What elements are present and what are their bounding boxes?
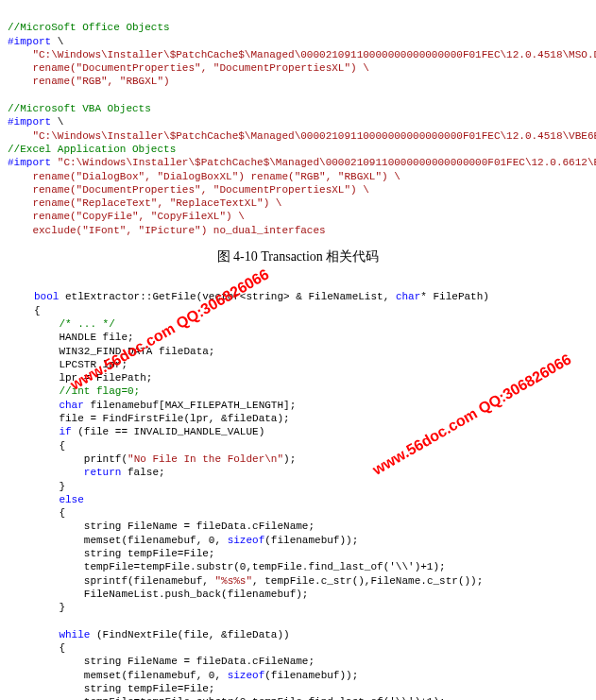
pp-line: #import bbox=[8, 116, 58, 128]
comment-line: //Excel Application Objects bbox=[8, 144, 176, 155]
figure-caption-4-10: 图 4-10 Transaction 相关代码 bbox=[8, 248, 588, 265]
string-line: rename("RGB", "RBGXL") bbox=[8, 76, 170, 87]
pp-line: #import bbox=[8, 157, 58, 168]
string-line: "C:\Windows\Installer\$PatchCache$\Manag… bbox=[8, 49, 596, 60]
string-line: rename("DocumentProperties", "DocumentPr… bbox=[8, 62, 369, 74]
string-line: exclude("IFont", "IPicture") no_dual_int… bbox=[8, 225, 326, 236]
string-line: rename("DialogBox", "DialogBoxXL") renam… bbox=[8, 171, 400, 182]
comment-line: //Microsoft VBA Objects bbox=[8, 103, 151, 114]
comment-line: //MicroSoft Office Objects bbox=[8, 22, 170, 33]
pp-line: #import bbox=[8, 36, 58, 47]
string-line: rename("DocumentProperties", "DocumentPr… bbox=[8, 184, 369, 196]
string-line: rename("ReplaceText", "ReplaceTextXL") \ bbox=[8, 197, 281, 209]
string-line: rename("CopyFile", "CopyFileXL") \ bbox=[8, 211, 245, 222]
code-block-import: //MicroSoft Office Objects #import \ "C:… bbox=[8, 8, 588, 237]
code-block-getfile: bool etlExtractor::GetFile(vector<string… bbox=[34, 277, 588, 700]
string-line: "C:\Windows\Installer\$PatchCache$\Manag… bbox=[8, 130, 596, 142]
